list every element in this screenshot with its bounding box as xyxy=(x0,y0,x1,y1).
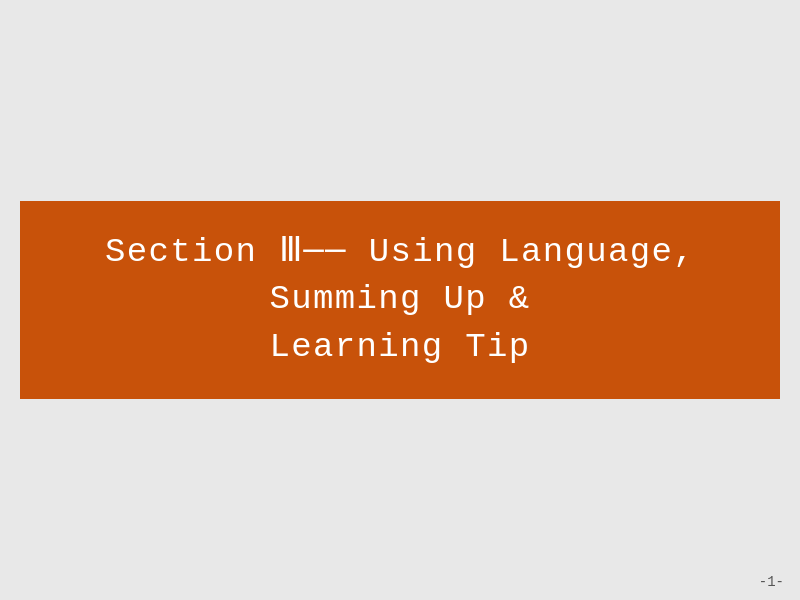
title-line2: Learning Tip xyxy=(269,328,530,366)
title-banner: Section Ⅲ── Using Language, Summing Up &… xyxy=(20,201,780,400)
slide-container: Section Ⅲ── Using Language, Summing Up &… xyxy=(0,0,800,600)
page-number: -1- xyxy=(759,574,784,590)
slide-title: Section Ⅲ── Using Language, Summing Up &… xyxy=(52,229,748,372)
title-line1: Section Ⅲ── Using Language, Summing Up & xyxy=(105,233,695,319)
